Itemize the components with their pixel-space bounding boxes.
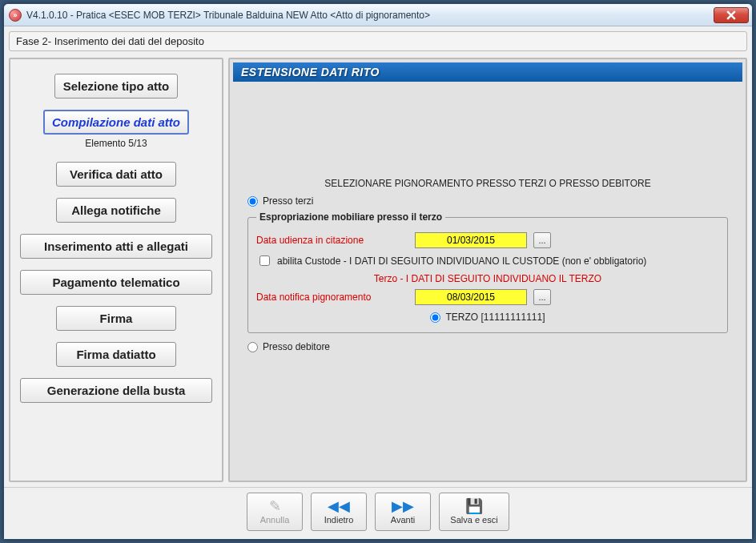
radio-terzo-selected-label: TERZO [11111111111] [445, 312, 545, 323]
radio-terzo-selected-input[interactable] [430, 312, 440, 323]
checkbox-abilita-custode-input[interactable] [259, 255, 270, 266]
input-data-udienza[interactable] [415, 232, 527, 248]
wizard-step-inserimento-atti-allegati[interactable]: Inserimento atti e allegati [20, 234, 212, 259]
content-area: Selezione tipo atto Compilazione dati at… [4, 53, 752, 487]
ellipsis-icon: ... [538, 235, 545, 245]
radio-presso-debitore[interactable]: Presso debitore [247, 341, 728, 352]
checkbox-abilita-custode-label: abilita Custode - I DATI DI SEGUITO INDI… [277, 255, 646, 267]
radio-presso-debitore-label: Presso debitore [263, 341, 330, 352]
wizard-step-verifica-dati-atto[interactable]: Verifica dati atto [56, 162, 176, 187]
row-terzo-radio: TERZO [11111111111] [256, 312, 719, 323]
window-title: V4.1.0.10 - Pratica <ESEC MOB TERZI> Tri… [26, 10, 430, 21]
app-icon: » [9, 9, 22, 22]
wizard-step-allega-notifiche[interactable]: Allega notifiche [56, 198, 176, 223]
close-icon [726, 10, 736, 20]
indietro-label: Indietro [324, 515, 354, 525]
instruction-text: SELEZIONARE PIGNORAMENTO PRESSO TERZI O … [244, 178, 731, 189]
window-close-button[interactable] [714, 7, 749, 23]
main-panel: ESTENSIONE DATI RITO SELEZIONARE PIGNORA… [228, 58, 747, 482]
checkbox-abilita-custode[interactable]: abilita Custode - I DATI DI SEGUITO INDI… [256, 253, 719, 268]
panel-header: ESTENSIONE DATI RITO [233, 62, 742, 82]
wizard-substep-label: Elemento 5/13 [85, 138, 147, 149]
wizard-step-pagamento-telematico[interactable]: Pagamento telematico [20, 270, 212, 295]
radio-presso-debitore-input[interactable] [247, 342, 258, 352]
annulla-button: ✎ Annulla [247, 493, 303, 531]
label-data-udienza: Data udienza in citazione [256, 235, 408, 246]
forward-icon: ▶▶ [392, 499, 414, 513]
salva-esci-button[interactable]: 💾 Salva e esci [439, 493, 509, 531]
label-terzo-note: Terzo - I DATI DI SEGUITO INDIVIDUANO IL… [256, 273, 719, 284]
pencil-icon: ✎ [269, 499, 281, 513]
save-icon: 💾 [465, 499, 483, 513]
indietro-button[interactable]: ◀◀ Indietro [311, 493, 367, 531]
row-data-udienza: Data udienza in citazione ... [256, 232, 719, 248]
rewind-icon: ◀◀ [328, 499, 350, 513]
date-picker-udienza-button[interactable]: ... [533, 232, 551, 248]
date-picker-notifica-button[interactable]: ... [533, 289, 551, 305]
label-data-notifica: Data notifica pignoramento [256, 292, 408, 303]
wizard-step-firma[interactable]: Firma [56, 306, 176, 331]
wizard-step-selezione-tipo-atto[interactable]: Selezione tipo atto [54, 74, 179, 99]
phase-label: Fase 2- Inserimento dei dati del deposit… [9, 31, 747, 51]
group-legend: Espropriazione mobiliare presso il terzo [256, 211, 445, 223]
app-window: » V4.1.0.10 - Pratica <ESEC MOB TERZI> T… [3, 3, 753, 540]
wizard-sidebar: Selezione tipo atto Compilazione dati at… [9, 58, 223, 482]
radio-presso-terzi[interactable]: Presso terzi [247, 195, 728, 207]
wizard-step-generazione-busta[interactable]: Generazione della busta [20, 378, 212, 403]
radio-terzo-selected[interactable]: TERZO [11111111111] [430, 312, 545, 323]
annulla-label: Annulla [260, 515, 290, 525]
titlebar: » V4.1.0.10 - Pratica <ESEC MOB TERZI> T… [4, 4, 752, 26]
ellipsis-icon: ... [538, 292, 545, 302]
avanti-label: Avanti [391, 515, 415, 525]
avanti-button[interactable]: ▶▶ Avanti [375, 493, 431, 531]
radio-presso-terzi-label: Presso terzi [263, 195, 313, 207]
footer-toolbar: ✎ Annulla ◀◀ Indietro ▶▶ Avanti 💾 Salva … [4, 487, 752, 539]
row-data-notifica: Data notifica pignoramento ... [256, 289, 719, 305]
wizard-step-compilazione-dati-atto[interactable]: Compilazione dati atto [43, 110, 189, 135]
group-espropriazione: Espropriazione mobiliare presso il terzo… [247, 211, 728, 333]
salva-label: Salva e esci [450, 515, 497, 525]
input-data-notifica[interactable] [415, 289, 527, 305]
radio-presso-terzi-input[interactable] [247, 196, 258, 207]
form-area: SELEZIONARE PIGNORAMENTO PRESSO TERZI O … [233, 82, 742, 477]
wizard-step-firma-datiatto[interactable]: Firma datiatto [56, 342, 176, 367]
